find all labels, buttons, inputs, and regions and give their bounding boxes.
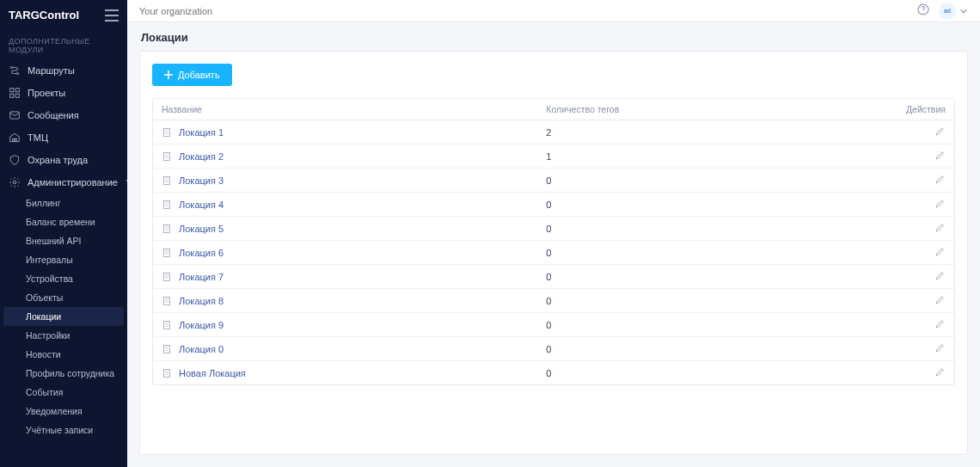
add-location-button[interactable]: Добавить: [152, 64, 232, 86]
svg-point-7: [13, 181, 16, 184]
svg-point-1: [16, 72, 18, 74]
edit-button[interactable]: [934, 297, 946, 307]
edit-pencil-icon: [934, 342, 946, 353]
org-search-input[interactable]: [139, 6, 908, 16]
user-menu[interactable]: ad: [939, 3, 968, 20]
location-link[interactable]: Локация 7: [162, 272, 529, 282]
svg-rect-18: [164, 321, 170, 329]
table-row: Локация 30: [153, 169, 954, 193]
avatar: ad: [939, 3, 956, 20]
table-row: Локация 80: [153, 289, 954, 313]
location-name: Локация 1: [179, 127, 224, 138]
svg-rect-17: [164, 297, 170, 304]
svg-point-0: [10, 66, 12, 68]
location-name: Локация 8: [179, 296, 224, 306]
location-link[interactable]: Локация 9: [162, 320, 529, 330]
svg-rect-16: [164, 273, 170, 280]
edit-button[interactable]: [934, 224, 946, 235]
location-link[interactable]: Локация 1: [162, 127, 529, 138]
sidebar-subitem[interactable]: Новости: [0, 345, 127, 364]
table-row: Локация 40: [153, 193, 954, 217]
sidebar-item-5[interactable]: Администрирование: [0, 171, 127, 194]
sidebar-item-2[interactable]: Сообщения: [0, 104, 127, 126]
sidebar-item-4[interactable]: Охрана труда: [0, 149, 127, 171]
edit-button[interactable]: [934, 273, 946, 283]
location-tag-count: 0: [537, 337, 890, 361]
location-name: Локация 0: [179, 344, 224, 354]
edit-button[interactable]: [934, 369, 946, 379]
sidebar-subitem[interactable]: Учётные записи: [0, 421, 127, 439]
edit-button[interactable]: [934, 345, 946, 355]
location-link[interactable]: Локация 0: [162, 344, 529, 354]
edit-pencil-icon: [934, 366, 946, 378]
sidebar-subitem[interactable]: Внешний API: [0, 231, 127, 250]
edit-button[interactable]: [934, 249, 946, 259]
sidebar-subitem[interactable]: Профиль сотрудника: [0, 364, 127, 383]
chevron-down-icon: [125, 177, 127, 187]
inventory-icon: [9, 132, 21, 144]
svg-rect-15: [164, 249, 170, 256]
svg-rect-5: [15, 94, 19, 97]
edit-pencil-icon: [934, 174, 946, 185]
route-icon: [9, 65, 21, 77]
edit-button[interactable]: [934, 200, 946, 211]
sidebar-subitem[interactable]: Уведомления: [0, 402, 127, 421]
sidebar-item-1[interactable]: Проекты: [0, 82, 127, 104]
svg-rect-20: [164, 369, 170, 377]
location-link[interactable]: Локация 2: [162, 151, 529, 162]
location-link[interactable]: Новая Локация: [162, 368, 529, 378]
content-panel: Добавить Название Количество тегов Дейст…: [139, 51, 968, 455]
gear-icon: [9, 176, 21, 188]
col-header-tags[interactable]: Количество тегов: [537, 99, 890, 120]
location-name: Локация 3: [179, 175, 224, 186]
sidebar-subitem[interactable]: События: [0, 383, 127, 402]
edit-button[interactable]: [934, 321, 946, 331]
sidebar-toggle[interactable]: [105, 9, 119, 22]
edit-button[interactable]: [934, 152, 946, 163]
sidebar-item-3[interactable]: ТМЦ: [0, 126, 127, 149]
edit-pencil-icon: [934, 318, 946, 329]
sidebar-item-label: ТМЦ: [28, 132, 48, 143]
location-link[interactable]: Локация 6: [162, 248, 529, 258]
building-icon: [162, 175, 172, 186]
edit-pencil-icon: [934, 222, 946, 233]
sidebar-subitem[interactable]: Биллинг: [0, 194, 127, 212]
location-tag-count: 0: [537, 313, 890, 337]
svg-rect-2: [10, 89, 14, 92]
sidebar-subitem[interactable]: Объекты: [0, 288, 127, 307]
table-row: Локация 21: [153, 144, 954, 169]
svg-rect-6: [10, 112, 20, 119]
location-tag-count: 0: [537, 265, 890, 289]
sidebar-subitem[interactable]: Интервалы: [0, 250, 127, 269]
location-link[interactable]: Локация 4: [162, 200, 529, 210]
svg-rect-10: [164, 128, 170, 136]
sidebar-subitem[interactable]: Устройства: [0, 269, 127, 288]
location-link[interactable]: Локация 3: [162, 175, 529, 186]
sidebar-section-title: ДОПОЛНИТЕЛЬНЫЕ МОДУЛИ: [0, 30, 127, 59]
sidebar-item-0[interactable]: Маршруты: [0, 59, 127, 82]
sidebar-subitem[interactable]: Локации: [3, 307, 124, 326]
table-row: Локация 00: [153, 337, 954, 361]
sidebar-item-label: Проекты: [28, 88, 65, 98]
location-link[interactable]: Локация 5: [162, 224, 529, 234]
building-icon: [162, 248, 172, 258]
help-icon[interactable]: [916, 3, 930, 19]
building-icon: [162, 127, 172, 138]
location-link[interactable]: Локация 8: [162, 296, 529, 306]
table-row: Локация 90: [153, 313, 954, 337]
col-header-name[interactable]: Название: [153, 99, 537, 120]
edit-button[interactable]: [934, 128, 946, 138]
location-tag-count: 0: [537, 193, 890, 217]
table-header-row: Название Количество тегов Действия: [153, 99, 954, 120]
add-button-label: Добавить: [178, 70, 220, 80]
shield-icon: [9, 154, 21, 166]
sidebar-subitem[interactable]: Баланс времени: [0, 212, 127, 231]
sidebar-item-label: Администрирование: [28, 177, 118, 187]
sidebar-subitem[interactable]: Настройки: [0, 326, 127, 345]
edit-button[interactable]: [934, 176, 946, 187]
location-name: Локация 7: [179, 272, 224, 282]
main-area: ad Локации Добавить Название Количество …: [127, 0, 980, 467]
location-name: Локация 4: [179, 200, 224, 210]
building-icon: [162, 200, 172, 210]
svg-rect-4: [10, 94, 14, 97]
